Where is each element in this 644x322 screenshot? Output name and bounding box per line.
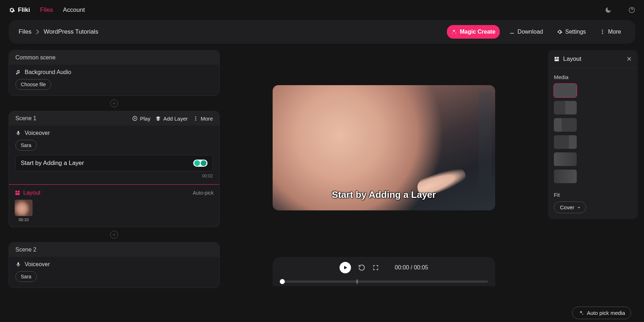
layout-panel: Layout ✕ Media Fit Cover [548,50,638,219]
microphone-icon [15,130,21,136]
scene-more-label: More [201,116,213,122]
chevron-right-icon [36,29,39,34]
magic-create-label: Magic Create [460,29,496,35]
chevron-down-icon [577,206,581,209]
script-duration: 00:02 [15,174,213,179]
media-layout-gradient-right[interactable] [554,170,577,183]
video-caption: Start by Adding a Layer [273,189,495,200]
fit-value: Cover [560,204,574,210]
more-label: More [608,29,621,35]
add-scene-button[interactable] [110,231,118,239]
media-thumbnail[interactable] [15,200,33,216]
gear-icon [557,29,562,35]
nav-account[interactable]: Account [63,6,85,14]
breadcrumb-project[interactable]: WordPress Tutorials [44,28,98,35]
download-label: Download [518,29,543,35]
fit-select[interactable]: Cover [554,201,586,213]
background-audio-row: Background Audio [15,69,213,75]
add-scene-button[interactable] [110,99,118,107]
layout-icon [15,190,20,196]
grammarly-widget[interactable] [193,160,208,167]
app-name: Fliki [18,6,30,14]
current-time: 00:00 [395,264,409,270]
layers-icon [155,116,161,121]
auto-pick-media-button[interactable]: Auto pick media [572,307,631,319]
scene-2-card: Scene 2 Voiceover Sara [9,242,220,288]
scene-play-label: Play [140,116,150,122]
clip-duration: 00:10 [15,218,33,222]
more-vertical-icon [600,29,605,35]
svg-point-3 [602,33,603,34]
voiceover-row: Voiceover [15,130,213,136]
plus-icon [112,233,116,237]
scene-more-button[interactable]: More [193,116,213,122]
magic-create-button[interactable]: Magic Create [447,25,500,39]
svg-rect-12 [557,57,559,59]
media-layout-gradient-left[interactable] [554,152,577,166]
total-time: 00:05 [414,264,428,270]
nav-files[interactable]: Files [40,6,53,14]
svg-point-2 [602,31,603,33]
timecode: 00:00 / 00:05 [395,264,428,271]
seek-marker [357,279,357,284]
download-icon [509,29,515,35]
voiceover-label: Voiceover [25,130,50,136]
music-note-icon [15,69,21,75]
gear-icon [9,7,15,13]
download-button[interactable]: Download [505,25,547,39]
media-layout-full[interactable] [554,84,577,97]
app-logo[interactable]: Fliki [9,6,30,14]
more-button[interactable]: More [595,25,625,39]
fit-section-label: Fit [554,192,632,198]
layout-label: Layout [23,190,40,196]
common-scene-title: Common scene [15,54,55,61]
play-icon [343,265,348,270]
player-bar: 00:00 / 00:05 [273,257,495,286]
settings-label: Settings [565,29,586,35]
autopick-label: Auto-pick [193,190,214,196]
svg-rect-8 [15,191,17,192]
voice-select[interactable]: Sara [15,140,37,151]
svg-point-1 [602,30,603,31]
fullscreen-icon[interactable] [372,264,379,271]
svg-rect-9 [18,191,20,192]
microphone-icon [15,262,21,267]
add-layer-label: Add Layer [163,116,187,122]
svg-rect-11 [555,57,556,59]
scene-play-button[interactable]: Play [132,116,150,122]
media-layout-right-bar[interactable] [554,135,577,149]
voiceover-row: Voiceover [15,261,213,268]
settings-button[interactable]: Settings [552,25,590,39]
scene-1-card: Scene 1 Play Add Layer More Vo [9,111,220,227]
layout-panel-title: Layout [563,55,581,63]
moon-icon[interactable] [605,6,612,14]
breadcrumb: Files WordPress Tutorials [19,28,98,35]
sparkle-icon [578,310,584,316]
play-button[interactable] [340,262,351,273]
help-icon[interactable] [628,6,635,14]
seek-bar[interactable] [280,280,488,283]
breadcrumb-root[interactable]: Files [19,28,31,35]
add-layer-button[interactable]: Add Layer [155,116,187,122]
svg-point-7 [195,119,196,121]
video-preview[interactable]: Start by Adding a Layer [273,85,495,210]
replay-icon[interactable] [358,264,365,271]
background-audio-label: Background Audio [25,69,71,75]
sparkle-icon [451,29,457,35]
script-input[interactable]: Start by Adding a Layer [15,155,213,171]
scene-layout-section[interactable]: Layout Auto-pick 00:10 [9,184,220,227]
media-layout-left-bar[interactable] [554,118,577,132]
media-layout-split-right[interactable] [554,101,577,114]
script-text: Start by Adding a Layer [21,160,84,167]
svg-point-6 [195,118,196,119]
close-icon[interactable]: ✕ [626,55,632,63]
svg-rect-10 [15,193,20,195]
common-scene-card: Common scene Background Audio Choose fil… [9,50,220,96]
seek-handle[interactable] [280,279,285,284]
project-toolbar: Files WordPress Tutorials Magic Create D… [9,20,635,44]
choose-file-button[interactable]: Choose file [15,79,51,90]
auto-pick-label: Auto pick media [587,310,625,316]
svg-rect-13 [555,59,559,61]
scene-2-title: Scene 2 [15,247,36,253]
voice-select[interactable]: Sara [15,271,37,282]
